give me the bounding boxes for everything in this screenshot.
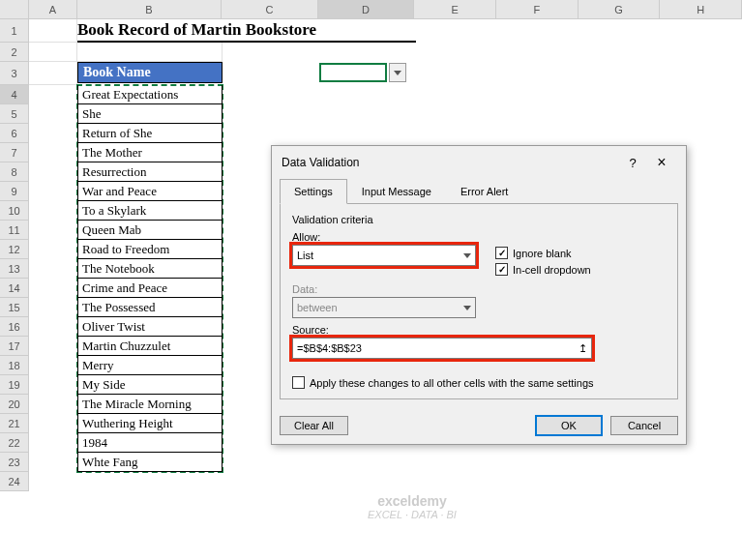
book-row[interactable]: She	[77, 104, 223, 124]
cell-B2[interactable]	[77, 43, 223, 62]
row-header-12[interactable]: 12	[0, 240, 29, 259]
book-row[interactable]: Crime and Peace	[77, 279, 223, 298]
settings-panel: Validation criteria Allow: List Ignore b…	[280, 203, 678, 399]
book-row[interactable]: Resurrection	[77, 162, 223, 182]
apply-all-label: Apply these changes to all other cells w…	[310, 377, 594, 389]
watermark: exceldemy EXCEL · DATA · BI	[368, 493, 457, 520]
row-header-13[interactable]: 13	[0, 259, 29, 279]
allow-label: Allow:	[292, 231, 476, 243]
row-header-1[interactable]: 1	[0, 19, 29, 43]
ignore-blank-checkbox[interactable]	[495, 247, 508, 259]
data-select: between	[292, 297, 476, 318]
book-row[interactable]: Road to Freedom	[77, 240, 223, 259]
row-header-3[interactable]: 3	[0, 62, 29, 85]
col-header-A[interactable]: A	[29, 0, 77, 18]
tab-settings[interactable]: Settings	[280, 179, 347, 204]
row-header-24[interactable]: 24	[0, 472, 29, 491]
allow-value: List	[297, 250, 313, 261]
ok-button[interactable]: OK	[535, 415, 603, 436]
dialog-titlebar[interactable]: Data Validation ? ×	[272, 146, 686, 179]
chevron-down-icon	[463, 306, 471, 310]
row-header-17[interactable]: 17	[0, 337, 29, 356]
row-header-19[interactable]: 19	[0, 375, 29, 395]
col-header-C[interactable]: C	[222, 0, 318, 18]
row-header-7[interactable]: 7	[0, 143, 29, 162]
data-label: Data:	[292, 283, 476, 295]
row-header-18[interactable]: 18	[0, 356, 29, 375]
selected-cell-D4[interactable]	[319, 63, 387, 82]
book-row[interactable]: Oliver Twist	[77, 317, 223, 337]
book-row[interactable]: Martin Chuzzulet	[77, 337, 223, 356]
book-row[interactable]: Return of She	[77, 124, 223, 143]
data-value: between	[297, 302, 338, 313]
clear-all-button[interactable]: Clear All	[280, 416, 348, 435]
help-button[interactable]: ?	[618, 156, 647, 170]
row-header-4[interactable]: 4	[0, 85, 29, 104]
incell-dropdown-label: In-cell dropdown	[513, 264, 591, 276]
allow-select[interactable]: List	[292, 245, 476, 266]
incell-dropdown-checkbox[interactable]	[495, 263, 508, 276]
col-header-G[interactable]: G	[579, 0, 661, 18]
tab-input-message[interactable]: Input Message	[347, 179, 446, 204]
col-header-E[interactable]: E	[414, 0, 496, 18]
row-header-14[interactable]: 14	[0, 279, 29, 298]
source-value: =$B$4:$B$23	[297, 342, 362, 354]
book-row[interactable]: War and Peace	[77, 182, 223, 201]
col-header-F[interactable]: F	[496, 0, 579, 18]
row-header-15[interactable]: 15	[0, 298, 29, 317]
book-row[interactable]: The Mother	[77, 143, 223, 162]
validation-criteria-label: Validation criteria	[292, 214, 666, 225]
source-label: Source:	[292, 324, 666, 336]
range-picker-icon[interactable]: ↥	[579, 342, 587, 355]
book-row[interactable]: Whte Fang	[77, 453, 223, 472]
dialog-buttons: Clear All OK Cancel	[272, 407, 686, 444]
book-row[interactable]: 1984	[77, 433, 223, 453]
row-header-10[interactable]: 10	[0, 201, 29, 221]
dialog-title: Data Validation	[282, 156, 618, 169]
cancel-button[interactable]: Cancel	[610, 416, 678, 435]
row-header-23[interactable]: 23	[0, 453, 29, 472]
close-button[interactable]: ×	[647, 154, 676, 171]
row-header-8[interactable]: 8	[0, 162, 29, 182]
book-row[interactable]: To a Skylark	[77, 201, 223, 221]
cell-A2[interactable]	[29, 43, 77, 62]
cell-A3[interactable]	[29, 62, 77, 85]
col-header-D[interactable]: D	[318, 0, 415, 18]
row-headers: 1 2 3 4 5 6 7 8 9 10 11 12 13 14 15 16 1…	[0, 19, 29, 491]
column-headers: A B C D E F G H	[0, 0, 742, 19]
chevron-down-icon	[463, 253, 471, 258]
row-header-22[interactable]: 22	[0, 433, 29, 453]
col-header-B[interactable]: B	[77, 0, 222, 18]
ignore-blank-label: Ignore blank	[513, 248, 572, 259]
row-header-16[interactable]: 16	[0, 317, 29, 337]
page-title: Book Record of Martin Bookstore	[77, 19, 416, 43]
tab-strip: Settings Input Message Error Alert	[272, 179, 686, 204]
row-header-20[interactable]: 20	[0, 395, 29, 414]
book-row[interactable]: Wuthering Height	[77, 414, 223, 433]
book-name-header[interactable]: Book Name	[77, 62, 223, 83]
source-input[interactable]: =$B$4:$B$23 ↥	[292, 338, 592, 359]
data-validation-dialog: Data Validation ? × Settings Input Messa…	[271, 145, 687, 445]
row-header-5[interactable]: 5	[0, 104, 29, 124]
row-header-11[interactable]: 11	[0, 221, 29, 240]
cell-A1[interactable]	[29, 19, 77, 43]
row-header-21[interactable]: 21	[0, 414, 29, 433]
cell-dropdown-button[interactable]	[389, 63, 406, 82]
book-row[interactable]: Queen Mab	[77, 221, 223, 240]
apply-all-checkbox[interactable]	[292, 376, 305, 389]
select-all-corner[interactable]	[0, 0, 29, 18]
book-row[interactable]: Merry	[77, 356, 223, 375]
row-header-6[interactable]: 6	[0, 124, 29, 143]
book-row[interactable]: The Miracle Morning	[77, 395, 223, 414]
book-row[interactable]: The Notebook	[77, 259, 223, 279]
col-header-H[interactable]: H	[660, 0, 742, 18]
tab-error-alert[interactable]: Error Alert	[446, 179, 523, 204]
book-row[interactable]: Great Expectations	[77, 85, 223, 104]
row-header-9[interactable]: 9	[0, 182, 29, 201]
row-header-2[interactable]: 2	[0, 43, 29, 62]
book-row[interactable]: My Side	[77, 375, 223, 395]
book-row[interactable]: The Possessed	[77, 298, 223, 317]
